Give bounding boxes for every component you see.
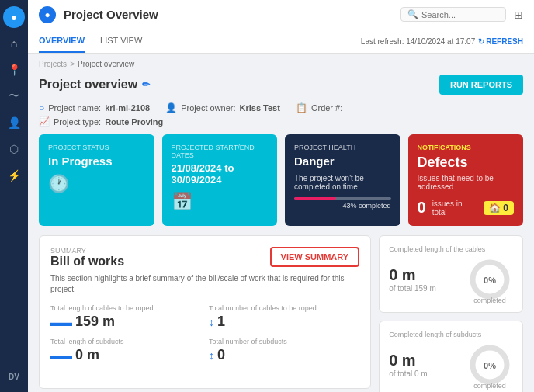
progress-label: 43% completed (294, 202, 391, 210)
sections-row: Summary Bill of works VIEW SUMMARY This … (39, 235, 523, 392)
progress-bar-fill (294, 197, 336, 200)
subducts-length-icon: ▬▬ (50, 349, 72, 362)
sidebar-icon-hex[interactable]: ⬡ (3, 138, 25, 160)
stat-cables-count: Total number of cables to be roped ↕ 1 (209, 304, 359, 330)
meta-project-owner: 👤 Project owner: Kriss Test (165, 102, 280, 113)
sidebar-logo[interactable]: ● (3, 6, 25, 28)
notifications-card: Notifications Defects Issues that need t… (408, 134, 524, 226)
page-title-text: Project overview (39, 78, 137, 92)
sidebar-icon-home[interactable]: ⌂ (3, 33, 25, 54)
project-meta: ○ Project name: kri-mi-2108 👤 Project ow… (39, 102, 523, 113)
bill-of-works-card: Summary Bill of works VIEW SUMMARY This … (39, 235, 371, 389)
sidebar: ● ⌂ 📍 〜 👤 ⬡ ⚡ DV (0, 0, 28, 392)
svg-text:0%: 0% (484, 276, 496, 285)
order-icon: 📋 (296, 102, 307, 113)
last-refresh-text: Last refresh: 14/10/2024 at 17:07 (361, 37, 475, 46)
run-reports-button[interactable]: RUN REPORTS (439, 75, 523, 95)
subducts-donut-row: 0 m of total 0 m 0% completed (389, 342, 513, 388)
status-card-icon: 🕐 (48, 174, 145, 194)
breadcrumb-projects[interactable]: Projects (39, 60, 67, 68)
cables-value-group: 0 m of total 159 m (389, 266, 436, 293)
cables-length-icon: ▬▬ (50, 316, 72, 328)
meta-project-name: ○ Project name: kri-mi-2108 (39, 102, 150, 113)
view-summary-button[interactable]: VIEW SUMMARY (270, 247, 360, 267)
health-card: Project health Danger The project won't … (285, 134, 400, 226)
breadcrumb: Projects > Project overview (39, 60, 523, 68)
tab-overview[interactable]: OVERVIEW (39, 29, 85, 53)
project-type-meta: 📈 Project type: Route Proving (39, 116, 523, 127)
cables-completed-card: Completed length of the cables 0 m of to… (379, 235, 523, 313)
search-box: 🔍 (400, 7, 506, 22)
notif-badge: 🏠 0 (484, 201, 514, 215)
last-refresh-bar: Last refresh: 14/10/2024 at 17:07 ↻ REFR… (361, 29, 523, 53)
refresh-icon: ↻ (478, 37, 484, 46)
summary-right-cards: Completed length of the cables 0 m of to… (379, 235, 523, 392)
summary-header: Summary Bill of works VIEW SUMMARY (50, 247, 359, 269)
dates-card: Projected start/end dates 21/08/2024 to … (162, 134, 278, 226)
edit-icon[interactable]: ✏ (142, 79, 150, 90)
type-icon: 📈 (39, 116, 50, 127)
stat-subducts-length: Total length of subducts ▬▬ 0 m (50, 338, 201, 363)
page-header: Project overview ✏ RUN REPORTS (39, 75, 523, 95)
project-name-icon: ○ (39, 102, 44, 113)
main-content: ● Project Overview 🔍 ⊞ OVERVIEW LIST VIE… (28, 0, 534, 392)
page-title-group: Project overview ✏ (39, 78, 150, 92)
breadcrumb-current: Project overview (78, 60, 134, 68)
cables-donut: 0% completed (466, 256, 513, 303)
status-card: Project status In Progress 🕐 (39, 134, 154, 226)
cards-row: Project status In Progress 🕐 Projected s… (39, 134, 523, 226)
sidebar-icon-analytics[interactable]: 〜 (3, 85, 25, 107)
sidebar-icon-location[interactable]: 📍 (3, 59, 25, 81)
sidebar-icon-user[interactable]: 👤 (3, 112, 25, 134)
progress-bar-bg (294, 197, 391, 200)
svg-text:0%: 0% (484, 361, 496, 370)
grid-icon[interactable]: ⊞ (514, 9, 523, 21)
notif-count-row: 0 issues in total 🏠 0 (418, 199, 515, 217)
cables-donut-row: 0 m of total 159 m 0% completed (389, 256, 513, 303)
cables-completed-label: completed (466, 297, 513, 304)
breadcrumb-separator: > (70, 60, 75, 68)
content-area: Projects > Project overview Project over… (28, 54, 534, 392)
meta-order: 📋 Order #: (296, 102, 342, 113)
stat-subducts-count: Total number of subducts ↕ 0 (209, 338, 359, 363)
summary-stats: Total length of cables to be roped ▬▬ 15… (50, 304, 359, 363)
stat-cables-length: Total length of cables to be roped ▬▬ 15… (50, 304, 201, 330)
cables-count-icon: ↕ (209, 316, 214, 328)
subducts-count-icon: ↕ (209, 349, 214, 362)
subducts-value-group: 0 m of total 0 m (389, 352, 427, 378)
home-icon: 🏠 (489, 203, 501, 213)
search-icon: 🔍 (407, 9, 418, 19)
subducts-completed-card: Completed length of subducts 0 m of tota… (379, 321, 523, 392)
owner-icon: 👤 (165, 102, 177, 113)
refresh-button[interactable]: ↻ REFRESH (478, 37, 523, 46)
tabs-bar: OVERVIEW LIST VIEW Last refresh: 14/10/2… (28, 29, 534, 54)
search-input[interactable] (421, 10, 499, 19)
summary-title-group: Summary Bill of works (50, 247, 124, 269)
subducts-donut: 0% completed (466, 342, 513, 388)
sidebar-icon-bolt[interactable]: ⚡ (3, 165, 25, 186)
sidebar-dv-label: DV (9, 373, 19, 386)
topbar-logo: ● (39, 6, 56, 23)
tab-list-view[interactable]: LIST VIEW (100, 29, 142, 53)
subducts-completed-label: completed (466, 382, 513, 390)
topbar-title: Project Overview (64, 8, 393, 21)
topbar: ● Project Overview 🔍 ⊞ (28, 0, 534, 29)
dates-card-icon: 📅 (172, 192, 269, 212)
